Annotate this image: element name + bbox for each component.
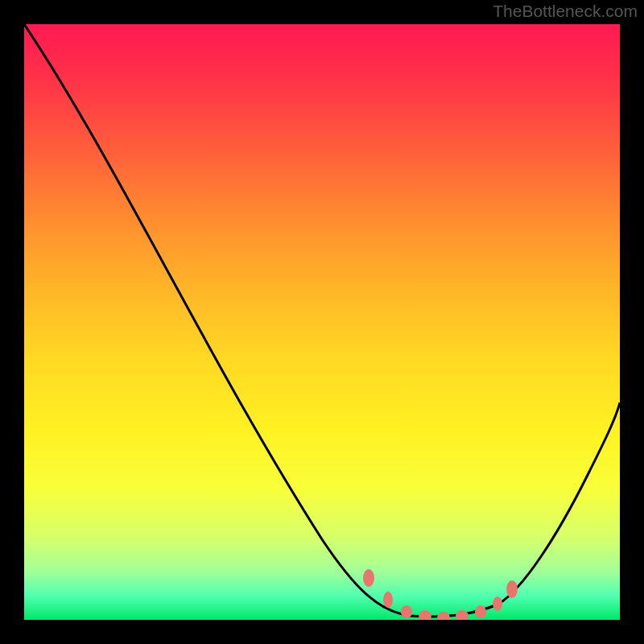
bottleneck-curve — [24, 24, 620, 617]
watermark-text: TheBottleneck.com — [493, 2, 638, 21]
marker-dot — [506, 580, 518, 598]
marker-dot — [493, 597, 502, 611]
marker-dot — [437, 612, 450, 620]
marker-dot — [383, 592, 393, 608]
chart-plot-area — [24, 24, 620, 620]
highlight-dots-group — [363, 569, 518, 620]
marker-dot — [419, 610, 431, 620]
marker-dot — [456, 610, 469, 620]
marker-dot — [475, 605, 486, 618]
marker-dot — [363, 569, 374, 587]
chart-svg — [24, 24, 620, 620]
marker-dot — [401, 605, 412, 618]
